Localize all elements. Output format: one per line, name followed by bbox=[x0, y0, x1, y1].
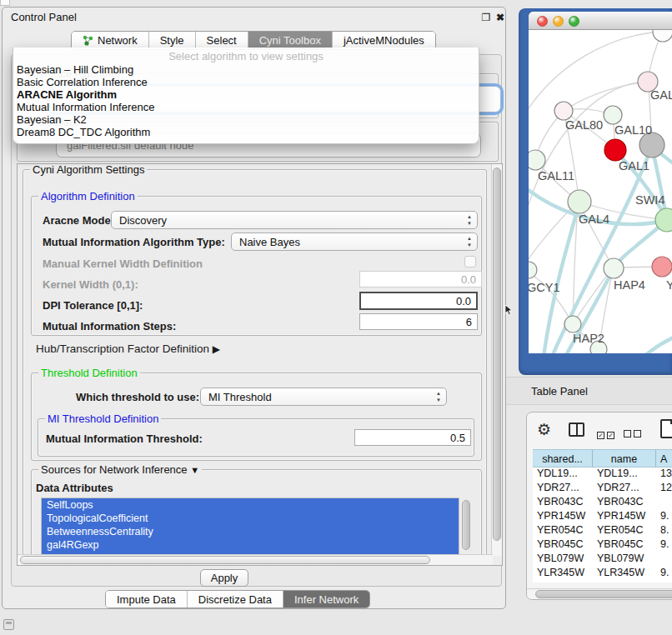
tab-impute-data[interactable]: Impute Data bbox=[106, 591, 188, 608]
settings-hscrollbar[interactable] bbox=[18, 554, 493, 565]
list-item[interactable]: SelfLoops bbox=[42, 498, 459, 512]
network-node[interactable] bbox=[604, 106, 622, 124]
tab-jactivemnodules[interactable]: jActiveMNodules bbox=[333, 32, 435, 49]
list-item[interactable]: gal4RGexp bbox=[42, 538, 459, 552]
close-window-button[interactable] bbox=[537, 16, 548, 27]
tab-infer-network[interactable]: Infer Network bbox=[283, 591, 369, 608]
zoom-window-button[interactable] bbox=[569, 16, 579, 27]
network-node[interactable] bbox=[568, 190, 591, 213]
algorithm-select-popup: Select algorithm to view settings Bayesi… bbox=[13, 48, 479, 144]
network-edge[interactable] bbox=[564, 82, 648, 111]
settings-hscrollbar-thumb[interactable] bbox=[20, 556, 430, 564]
table-cell: YPR145W bbox=[537, 510, 592, 522]
algorithm-definition-title: Algorithm Definition bbox=[38, 190, 138, 202]
network-node[interactable] bbox=[554, 102, 573, 120]
popup-item[interactable]: Bayesian – K2 bbox=[13, 113, 479, 126]
network-node[interactable] bbox=[604, 258, 624, 278]
list-item[interactable]: TopologicalCoefficient bbox=[42, 512, 459, 525]
table-cell: YDL19... bbox=[537, 468, 592, 479]
deselect-all-rows-icon[interactable] bbox=[624, 426, 641, 441]
close-panel-icon[interactable]: ✖ bbox=[494, 12, 506, 23]
network-edge[interactable] bbox=[644, 335, 672, 353]
table-cell: 9. bbox=[660, 510, 672, 522]
floating-panel-icon[interactable] bbox=[3, 619, 14, 630]
select-all-rows-icon[interactable]: ✓✓ bbox=[597, 426, 614, 441]
column-header-shared-name[interactable]: shared... bbox=[533, 449, 593, 468]
tab-discretize-data[interactable]: Discretize Data bbox=[188, 591, 283, 608]
popup-item[interactable]: Bayesian – Hill Climbing bbox=[13, 63, 479, 76]
mi-threshold-label: Mutual Information Threshold: bbox=[46, 432, 203, 445]
dpi-tolerance-label: DPI Tolerance [0,1]: bbox=[43, 299, 143, 312]
network-window-titlebar[interactable] bbox=[529, 12, 672, 30]
network-icon bbox=[83, 35, 93, 46]
network-canvas[interactable]: GALGAL80GAL10GAL1GAL11GAL4SWI4HAP4YGCY1H… bbox=[529, 30, 672, 353]
tab-style[interactable]: Style bbox=[149, 32, 196, 49]
combo-arrows-icon: ▲▼ bbox=[467, 235, 472, 248]
popup-item[interactable]: Mutual Information Inference bbox=[13, 101, 479, 113]
data-attributes-list[interactable]: SelfLoopsTopologicalCoefficientBetweenne… bbox=[41, 498, 459, 556]
minimize-window-button[interactable] bbox=[553, 16, 564, 27]
table-hscrollbar[interactable] bbox=[527, 588, 672, 599]
popup-item[interactable]: ARACNE Algorithm bbox=[13, 88, 479, 101]
network-node[interactable] bbox=[653, 30, 672, 42]
node-label: GAL10 bbox=[614, 123, 652, 137]
mi-threshold-field[interactable]: 0.5 bbox=[354, 429, 471, 446]
popup-item[interactable]: Basic Correlation Inference bbox=[13, 76, 479, 88]
popup-item[interactable]: Dream8 DC_TDC Algorithm bbox=[13, 126, 479, 138]
table-cell: YDR27... bbox=[597, 482, 655, 493]
hub-section-label[interactable]: Hub/Transcription Factor Definition ▶ bbox=[36, 342, 220, 355]
network-graph[interactable]: GALGAL80GAL10GAL1GAL11GAL4SWI4HAP4YGCY1H… bbox=[529, 30, 672, 353]
table-cell: YLR345W bbox=[597, 567, 655, 578]
new-table-icon[interactable] bbox=[660, 419, 672, 438]
table-panel-title: Table Panel bbox=[531, 385, 588, 398]
settings-vscrollbar-thumb[interactable] bbox=[493, 168, 501, 541]
dpi-tolerance-field[interactable]: 0.0 bbox=[359, 292, 478, 310]
combo-arrows-icon: ▲▼ bbox=[467, 213, 472, 227]
cyni-algorithm-settings-title: Cyni Algorithm Settings bbox=[30, 163, 147, 176]
column-header-name[interactable]: name bbox=[593, 449, 656, 468]
cyni-mode-tabs: Impute DataDiscretize DataInfer Network bbox=[105, 590, 370, 608]
table-cell: 13 bbox=[660, 468, 672, 479]
mi-type-combo[interactable]: Naive Bayes ▲▼ bbox=[231, 232, 478, 251]
list-item[interactable]: BetweennessCentrality bbox=[42, 525, 459, 538]
table-hscrollbar-thumb[interactable] bbox=[535, 590, 672, 598]
expanded-arrow-icon[interactable]: ▼ bbox=[190, 465, 199, 475]
network-node[interactable] bbox=[564, 316, 581, 332]
mi-steps-label: Mutual Information Steps: bbox=[43, 320, 176, 332]
table-cell: YBR045C bbox=[597, 538, 655, 550]
mi-steps-field[interactable]: 6 bbox=[359, 313, 478, 330]
table-cell: YER054C bbox=[537, 524, 592, 536]
table-cell: 8. bbox=[660, 524, 672, 536]
node-table[interactable]: shared... name A YDL19...YDL19...13YDR27… bbox=[533, 449, 672, 582]
network-node[interactable] bbox=[529, 150, 545, 170]
kernel-width-label: Kernel Width (0,1): bbox=[43, 278, 138, 291]
network-node[interactable] bbox=[529, 262, 537, 278]
list-scrollbar-thumb[interactable] bbox=[462, 500, 470, 550]
aracne-mode-value: Discovery bbox=[119, 214, 167, 227]
kernel-width-field[interactable]: 0.0 bbox=[359, 271, 482, 288]
node-label: GAL80 bbox=[565, 118, 603, 132]
split-columns-icon[interactable] bbox=[569, 422, 584, 437]
network-window[interactable]: GALGAL80GAL10GAL1GAL11GAL4SWI4HAP4YGCY1H… bbox=[529, 12, 672, 353]
column-header-partial[interactable]: A bbox=[656, 449, 672, 468]
mouse-cursor bbox=[504, 304, 514, 316]
which-threshold-combo[interactable]: MI Threshold ▲▼ bbox=[200, 388, 447, 406]
settings-vscrollbar[interactable] bbox=[491, 164, 502, 556]
apply-button[interactable]: Apply bbox=[200, 569, 248, 587]
popup-placeholder: Select algorithm to view settings bbox=[13, 48, 479, 63]
manual-kernel-checkbox[interactable] bbox=[464, 256, 476, 268]
table-cell: YDR27... bbox=[537, 482, 592, 493]
network-node[interactable] bbox=[652, 257, 672, 277]
settings-scrollpane: Cyni Algorithm Settings Algorithm Defini… bbox=[17, 163, 503, 566]
collapsed-arrow-icon[interactable]: ▶ bbox=[213, 343, 220, 355]
table-panel-titlebar: Table Panel bbox=[506, 377, 672, 405]
network-node[interactable] bbox=[604, 139, 626, 161]
aracne-mode-combo[interactable]: Discovery ▲▼ bbox=[111, 211, 478, 229]
tab-select[interactable]: Select bbox=[196, 32, 248, 49]
tab-network[interactable]: Network bbox=[72, 32, 149, 49]
table-panel: ⚙ ✓✓ shared... name A YDL19...YDL19...13… bbox=[526, 412, 672, 600]
mi-type-label: Mutual Information Algorithm Type: bbox=[43, 236, 225, 248]
tab-cyni-toolbox[interactable]: Cyni Toolbox bbox=[248, 32, 333, 49]
gear-icon[interactable]: ⚙ bbox=[537, 420, 551, 439]
float-window-icon[interactable]: ❐ bbox=[480, 12, 492, 23]
